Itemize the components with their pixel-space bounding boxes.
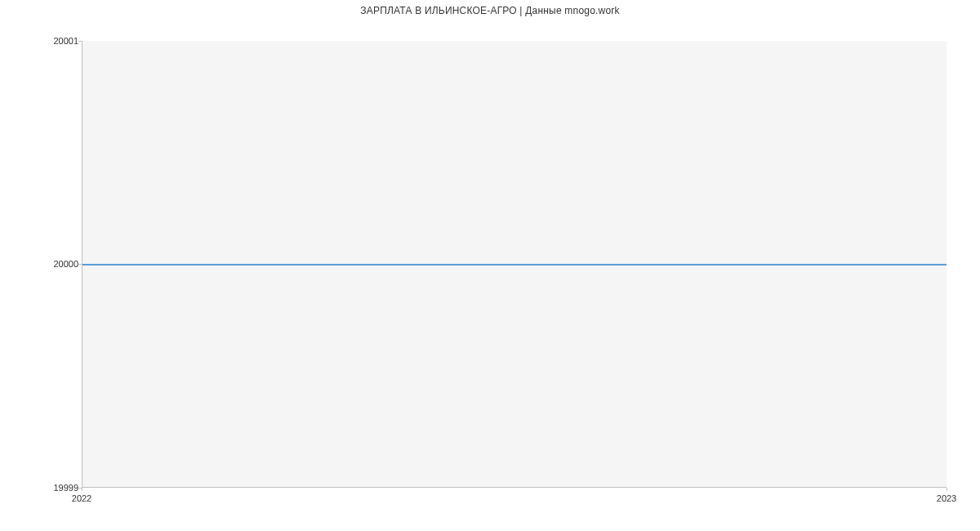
x-tick-label: 2022 — [72, 493, 91, 503]
chart-title: ЗАРПЛАТА В ИЛЬИНСКОЕ-АГРО | Данные mnogo… — [0, 5, 980, 16]
x-tick-label: 2023 — [937, 493, 956, 503]
y-tick-label: 19999 — [53, 483, 78, 493]
data-line — [82, 264, 947, 266]
chart-container: ЗАРПЛАТА В ИЛЬИНСКОЕ-АГРО | Данные mnogo… — [0, 0, 980, 531]
y-tick-label: 20001 — [53, 36, 78, 46]
x-tick-mark — [947, 488, 947, 491]
y-tick-label: 20000 — [53, 259, 78, 269]
x-tick-mark — [82, 488, 82, 491]
plot-area — [82, 41, 947, 488]
